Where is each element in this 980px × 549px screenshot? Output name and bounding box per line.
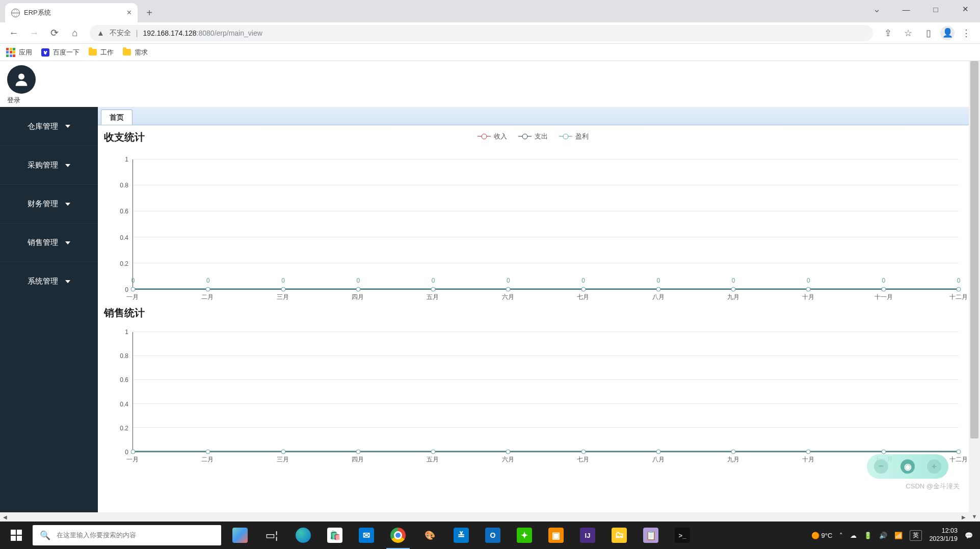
bookmark-baidu[interactable]: 百度一下 bbox=[41, 48, 80, 57]
sidebar-item-system[interactable]: 系统管理 bbox=[0, 262, 98, 300]
y-tick: 0.8 bbox=[120, 182, 128, 189]
taskbar-taskview[interactable]: ▭¦ bbox=[256, 521, 287, 549]
legend-income[interactable]: 收入 bbox=[478, 132, 507, 141]
tray-battery-icon[interactable]: 🔋 bbox=[864, 532, 872, 539]
eye-icon[interactable]: ◉ bbox=[900, 459, 915, 474]
window-minimize-button[interactable]: ― bbox=[891, 0, 921, 18]
taskbar-idea[interactable]: IJ bbox=[572, 521, 603, 549]
taskbar-pinned: ▭¦ 🛍️ ✉ 🎨 ≚ O ✦ ▣ IJ 🗂 📋 >_ bbox=[224, 521, 698, 549]
x-tick: 一月 bbox=[126, 455, 139, 464]
scroll-left-icon[interactable]: ◀ bbox=[0, 514, 10, 520]
data-label: 0 bbox=[732, 277, 735, 284]
tab-home[interactable]: 首页 bbox=[101, 109, 133, 125]
scroll-right-icon[interactable]: ▶ bbox=[959, 514, 969, 520]
x-tick: 四月 bbox=[352, 293, 364, 301]
x-tick: 二月 bbox=[201, 455, 214, 464]
legend-expense[interactable]: 支出 bbox=[518, 132, 548, 141]
bookmark-star-icon[interactable]: ☆ bbox=[899, 24, 917, 42]
taskbar-store[interactable]: 🛍️ bbox=[319, 521, 351, 549]
x-tick: 八月 bbox=[652, 455, 665, 464]
tray-clock[interactable]: 12:03 2023/1/19 bbox=[929, 527, 958, 543]
horizontal-scrollbar[interactable]: ◀ ▶ bbox=[0, 512, 969, 521]
taskbar-vscode[interactable]: ≚ bbox=[445, 521, 477, 549]
taskbar-vmware[interactable]: ▣ bbox=[540, 521, 572, 549]
bookmark-req[interactable]: 需求 bbox=[123, 48, 148, 57]
new-tab-button[interactable]: + bbox=[142, 5, 157, 20]
y-tick: 1 bbox=[125, 156, 128, 163]
browser-menu-icon[interactable]: ⋮ bbox=[958, 24, 975, 42]
folder-icon: 🗂 bbox=[612, 528, 627, 543]
close-tab-icon[interactable]: × bbox=[127, 8, 131, 17]
sidebar-item-sales[interactable]: 销售管理 bbox=[0, 223, 98, 262]
address-bar[interactable]: ▲ 不安全 | 192.168.174.128:8080/erp/main_vi… bbox=[90, 25, 873, 41]
tray-ime[interactable]: 英 bbox=[910, 530, 922, 541]
page-header: 登录 bbox=[0, 61, 969, 107]
x-tick: 十月 bbox=[802, 293, 814, 301]
taskbar-paint[interactable]: 🎨 bbox=[414, 521, 445, 549]
nav-home-button[interactable]: ⌂ bbox=[66, 24, 84, 42]
start-button[interactable] bbox=[0, 521, 33, 549]
profile-avatar-icon[interactable]: 👤 bbox=[940, 26, 955, 40]
y-tick: 0.2 bbox=[120, 425, 128, 432]
vertical-scrollbar[interactable]: ▲ ▼ bbox=[969, 61, 980, 521]
taskbar-search[interactable]: 🔍 在这里输入你要搜索的内容 bbox=[33, 525, 221, 545]
terminal-icon: >_ bbox=[675, 528, 690, 543]
side-panel-icon[interactable]: ▯ bbox=[920, 24, 937, 42]
taskbar-notes[interactable]: 📋 bbox=[635, 521, 667, 549]
intellij-icon: IJ bbox=[580, 528, 595, 543]
window-close-button[interactable]: ✕ bbox=[950, 0, 980, 18]
url-text: 192.168.174.128:8080/erp/main_view bbox=[143, 29, 262, 37]
sidebar-item-finance[interactable]: 财务管理 bbox=[0, 184, 98, 223]
tray-overflow-icon[interactable]: ˄ bbox=[839, 532, 843, 539]
weather-widget[interactable]: 🟠 9°C bbox=[811, 532, 832, 539]
tray-notifications-icon[interactable]: 💬 bbox=[965, 532, 973, 539]
taskbar-terminal[interactable]: >_ bbox=[667, 521, 698, 549]
browser-tab-strip: ERP系统 × + ⌄ ― □ ✕ bbox=[0, 0, 980, 22]
data-label: 0 bbox=[581, 277, 585, 284]
user-avatar-icon[interactable] bbox=[7, 65, 36, 94]
folder-icon bbox=[123, 49, 131, 56]
vmware-icon: ▣ bbox=[548, 528, 564, 543]
zoom-out-icon[interactable]: − bbox=[874, 459, 888, 474]
taskbar-wechat[interactable]: ✦ bbox=[509, 521, 540, 549]
watermark-pill[interactable]: − ◉ + bbox=[867, 454, 948, 479]
system-tray: 🟠 9°C ˄ ☁ 🔋 🔊 📶 英 12:03 2023/1/19 💬 bbox=[804, 527, 980, 543]
taskbar-chrome[interactable] bbox=[382, 521, 414, 549]
y-tick: 0 bbox=[125, 286, 128, 293]
taskbar-mail[interactable]: ✉ bbox=[351, 521, 382, 549]
csdn-watermark: CSDN @金斗潼关 bbox=[906, 482, 960, 491]
x-tick: 十一月 bbox=[875, 293, 893, 301]
content-area: 收支统计 收入 支出 盈利 00.20.40.60.81 00000000000… bbox=[98, 125, 969, 521]
bookmark-work[interactable]: 工作 bbox=[89, 48, 114, 57]
tray-wifi-icon[interactable]: 📶 bbox=[894, 532, 903, 539]
bookmark-apps[interactable]: 应用 bbox=[6, 48, 32, 57]
sidebar-item-warehouse[interactable]: 仓库管理 bbox=[0, 107, 98, 146]
scroll-down-icon[interactable]: ▼ bbox=[969, 511, 980, 521]
windows-logo-icon bbox=[11, 530, 22, 541]
chevron-down-icon bbox=[65, 203, 70, 206]
legend-profit[interactable]: 盈利 bbox=[559, 132, 589, 141]
window-maximize-button[interactable]: □ bbox=[921, 0, 950, 18]
browser-tab-active[interactable]: ERP系统 × bbox=[5, 3, 138, 22]
taskbar-outlook[interactable]: O bbox=[477, 521, 509, 549]
taskbar-news[interactable] bbox=[224, 521, 256, 549]
chevron-down-icon bbox=[65, 164, 70, 167]
nav-reload-button[interactable]: ⟳ bbox=[46, 24, 63, 42]
taskbar-edge[interactable] bbox=[287, 521, 319, 549]
x-tick: 六月 bbox=[502, 293, 514, 301]
x-tick: 五月 bbox=[427, 455, 439, 464]
notes-icon: 📋 bbox=[643, 528, 658, 543]
search-placeholder: 在这里输入你要搜索的内容 bbox=[57, 531, 136, 540]
taskbar-explorer[interactable]: 🗂 bbox=[603, 521, 635, 549]
sidebar-item-purchase[interactable]: 采购管理 bbox=[0, 146, 98, 184]
scrollbar-thumb[interactable] bbox=[970, 61, 978, 438]
tray-onedrive-icon[interactable]: ☁ bbox=[850, 532, 857, 539]
tray-volume-icon[interactable]: 🔊 bbox=[879, 532, 887, 539]
data-label: 0 bbox=[432, 277, 435, 284]
nav-back-button[interactable]: ← bbox=[5, 24, 22, 42]
data-label: 0 bbox=[356, 277, 360, 284]
zoom-in-icon[interactable]: + bbox=[927, 459, 941, 474]
tab-overflow-icon[interactable]: ⌄ bbox=[862, 0, 891, 18]
share-icon[interactable]: ⇪ bbox=[879, 24, 896, 42]
login-label[interactable]: 登录 bbox=[7, 96, 962, 105]
